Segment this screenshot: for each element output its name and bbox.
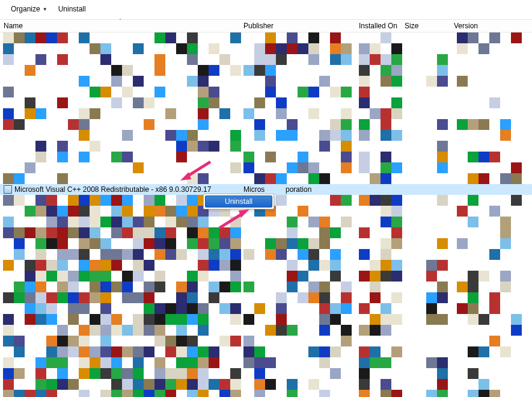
column-size-label: Size — [405, 22, 418, 30]
column-headers: Name ˄ Publisher Installed On Size Versi… — [0, 19, 532, 32]
program-icon — [4, 185, 12, 194]
sort-asc-icon: ˄ — [119, 18, 121, 23]
context-menu-uninstall-label: Uninstall — [225, 197, 252, 206]
column-header-size[interactable]: Size — [401, 20, 450, 32]
column-installed-label: Installed On — [359, 22, 397, 30]
column-header-installed[interactable]: Installed On — [355, 20, 401, 32]
toolbar: Organize ▼ Uninstall — [0, 0, 532, 19]
column-version-label: Version — [454, 22, 478, 30]
column-header-version[interactable]: Version — [450, 20, 532, 32]
uninstall-toolbar-button[interactable]: Uninstall — [58, 5, 86, 13]
column-name-label: Name — [4, 22, 23, 30]
column-header-publisher[interactable]: Publisher — [240, 20, 355, 32]
program-list[interactable]: Microsoft Visual C++ 2008 Redistributabl… — [0, 32, 532, 397]
column-publisher-label: Publisher — [243, 22, 274, 30]
column-header-name[interactable]: Name ˄ — [0, 20, 240, 32]
context-menu: Uninstall — [203, 194, 274, 209]
organize-button[interactable]: Organize ▼ — [11, 5, 47, 13]
selected-publisher-suffix: poration — [286, 185, 311, 194]
pixelated-background — [0, 32, 532, 397]
organize-label: Organize — [11, 5, 40, 13]
selected-program-name: Microsoft Visual C++ 2008 Redistributabl… — [14, 185, 211, 194]
context-menu-uninstall[interactable]: Uninstall — [205, 195, 272, 208]
uninstall-toolbar-label: Uninstall — [58, 5, 86, 13]
chevron-down-icon: ▼ — [43, 7, 47, 12]
selected-publisher-prefix: Micros — [243, 185, 264, 194]
